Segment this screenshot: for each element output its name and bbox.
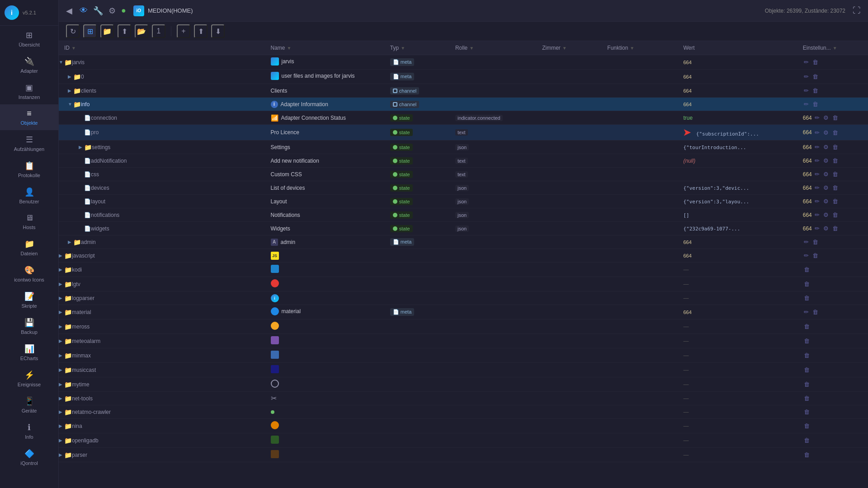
sidebar-item-backup[interactable]: 💾 Backup <box>0 313 58 339</box>
sidebar-item-skripte[interactable]: 📝 Skripte <box>0 287 58 313</box>
view-toggle-button[interactable]: ⊞ <box>83 24 97 38</box>
gear-icon[interactable]: ⚙ <box>108 6 116 16</box>
delete-button[interactable]: 🗑 <box>811 100 819 108</box>
add-button[interactable]: + <box>177 24 190 38</box>
edit-button[interactable]: ✏ <box>803 100 810 108</box>
edit-button[interactable]: ✏ <box>814 211 821 219</box>
expand-toggle[interactable]: ▶ <box>59 296 64 300</box>
sidebar-item-hosts[interactable]: 🖥 Hosts <box>0 209 58 235</box>
sidebar-item-aufzaehlungen[interactable]: ☰ Aufzählungen <box>0 130 58 156</box>
sidebar-item-protokolle[interactable]: 📋 Protokolle <box>0 156 58 183</box>
sidebar-item-objekte[interactable]: ≡ Objekte <box>0 104 58 130</box>
download-button[interactable]: ⬇ <box>211 24 225 38</box>
delete-button[interactable]: 🗑 <box>803 294 811 302</box>
table-row-lgtv[interactable]: ▶ 📁 lgtv — 🗑 <box>59 277 868 291</box>
table-row-nina[interactable]: ▶ 📁 nina — 🗑 <box>59 419 868 433</box>
delete-button[interactable]: 🗑 <box>803 380 811 389</box>
objects-table-container[interactable]: ID ▼ Name ▼ Typ ▼ Rolle ▼ Zimmer ▼ <box>59 41 868 488</box>
expand-toggle[interactable]: ▶ <box>59 367 64 372</box>
table-row-logparser[interactable]: ▶ 📁 logparser i — 🗑 <box>59 291 868 305</box>
edit-button[interactable]: ✏ <box>803 86 810 95</box>
upload-button[interactable]: ⬆ <box>194 24 208 38</box>
table-row-pro[interactable]: ▶ 📄 pro Pro Licence state <box>59 125 868 141</box>
table-row-meross[interactable]: ▶ 📁 meross — 🗑 <box>59 319 868 334</box>
table-row-openligadb[interactable]: ▶ 📁 openligadb — 🗑 <box>59 433 868 448</box>
expand-toggle[interactable]: ▶ <box>59 324 64 329</box>
table-row-admin[interactable]: ▶ 📁 admin A admin 📄 meta <box>59 235 868 249</box>
delete-button[interactable]: 🗑 <box>831 113 839 122</box>
edit-button[interactable]: ✏ <box>803 251 810 260</box>
expand-toggle[interactable]: ▶ <box>79 145 84 150</box>
edit-button[interactable]: ✏ <box>814 128 821 137</box>
table-row-addnotification[interactable]: ▶ 📄 addNotification Add new notification… <box>59 154 868 168</box>
delete-button[interactable]: 🗑 <box>803 366 811 374</box>
edit-button[interactable]: ✏ <box>814 224 821 233</box>
col-header-einstellungen[interactable]: Einstellun... ▼ <box>797 41 868 55</box>
delete-button[interactable]: 🗑 <box>803 436 811 445</box>
sidebar-item-dateien[interactable]: 📁 Dateien <box>0 235 58 261</box>
status-icon[interactable]: ● <box>121 6 126 15</box>
delete-button[interactable]: 🗑 <box>803 265 811 274</box>
expand-toggle[interactable]: ▶ <box>59 353 64 358</box>
expand-toggle[interactable]: ▶ <box>68 88 73 93</box>
edit-button[interactable]: ✏ <box>814 113 821 122</box>
delete-button[interactable]: 🗑 <box>831 143 839 151</box>
host-selector[interactable]: iO MEDION(HOME) <box>133 5 193 16</box>
table-row-material[interactable]: ▶ 📁 material material 📄 meta <box>59 305 868 319</box>
expand-toggle[interactable]: ▶ <box>59 253 64 258</box>
edit-button[interactable]: ✏ <box>803 238 810 246</box>
wrench-icon[interactable]: 🔧 <box>93 6 103 16</box>
edit-button[interactable]: ✏ <box>814 170 821 178</box>
expand-icon[interactable]: ⛶ <box>853 6 861 15</box>
settings-button[interactable]: ⚙ <box>822 128 830 137</box>
sidebar-item-echarts[interactable]: 📊 ECharts <box>0 339 58 366</box>
edit-button[interactable]: ✏ <box>803 58 810 66</box>
delete-button[interactable]: 🗑 <box>831 170 839 178</box>
expand-toggle[interactable]: ▶ <box>59 452 64 457</box>
expand-toggle[interactable]: ▶ <box>59 409 64 414</box>
sidebar-item-instanzen[interactable]: ▣ Instanzen <box>0 78 58 104</box>
sidebar-item-overview[interactable]: ⊞ Übersicht <box>0 26 58 52</box>
expand-toggle[interactable]: ▶ <box>59 382 64 387</box>
settings-button[interactable]: ⚙ <box>822 156 830 165</box>
table-row-info[interactable]: ▼ 📁 info i Adapter Information <box>59 98 868 111</box>
table-row-connection[interactable]: ▶ 📄 connection 📶 Adapter Connection Stat… <box>59 111 868 125</box>
delete-button[interactable]: 🗑 <box>831 128 839 137</box>
table-row-notifications[interactable]: ▶ 📄 notifications Notifications state js… <box>59 208 868 222</box>
eye-icon[interactable]: 👁 <box>80 6 88 15</box>
table-row-javascript[interactable]: ▶ 📁 javascript JS 664 <box>59 249 868 263</box>
col-header-funktion[interactable]: Funktion ▼ <box>602 41 678 55</box>
table-row-kodi[interactable]: ▶ 📁 kodi — 🗑 <box>59 263 868 277</box>
delete-button[interactable]: 🗑 <box>811 251 819 260</box>
expand-toggle[interactable]: ▶ <box>68 239 73 244</box>
delete-button[interactable]: 🗑 <box>803 394 811 403</box>
expand-toggle[interactable]: ▶ <box>68 74 73 79</box>
collapse-sidebar-button[interactable]: ◀ <box>66 6 72 16</box>
table-row-widgets[interactable]: ▶ 📄 widgets Widgets state json <box>59 222 868 235</box>
delete-button[interactable]: 🗑 <box>803 450 811 459</box>
table-row-devices[interactable]: ▶ 📄 devices List of devices state json <box>59 181 868 195</box>
expand-toggle[interactable]: ▶ <box>59 310 64 314</box>
edit-button[interactable]: ✏ <box>814 197 821 206</box>
col-header-id[interactable]: ID ▼ <box>59 41 265 55</box>
table-row[interactable]: ▼ 📁 jarvis jarvis 📄 meta <box>59 55 868 70</box>
table-row-settings[interactable]: ▶ 📁 settings Settings state json <box>59 141 868 154</box>
delete-button[interactable]: 🗑 <box>803 422 811 430</box>
col-header-zimmer[interactable]: Zimmer ▼ <box>537 41 602 55</box>
delete-button[interactable]: 🗑 <box>831 211 839 219</box>
table-row-minmax[interactable]: ▶ 📁 minmax — 🗑 <box>59 348 868 363</box>
delete-button[interactable]: 🗑 <box>831 197 839 206</box>
edit-button[interactable]: ✏ <box>803 72 810 81</box>
settings-button[interactable]: ⚙ <box>822 211 830 219</box>
table-row[interactable]: ▶ 📁 clients Clients channel <box>59 84 868 98</box>
table-row-mytime[interactable]: ▶ 📁 mytime — 🗑 <box>59 377 868 392</box>
edit-button[interactable]: ✏ <box>814 183 821 192</box>
refresh-button[interactable]: ↻ <box>66 24 80 38</box>
collapse-all-button[interactable]: 📂 <box>135 24 148 38</box>
expand-toggle[interactable]: ▶ <box>59 423 64 428</box>
delete-button[interactable]: 🗑 <box>831 224 839 233</box>
delete-button[interactable]: 🗑 <box>803 322 811 331</box>
expand-toggle[interactable]: ▼ <box>68 102 73 107</box>
settings-button[interactable]: ⚙ <box>822 224 830 233</box>
sidebar-item-adapter[interactable]: 🔌 Adapter <box>0 52 58 78</box>
